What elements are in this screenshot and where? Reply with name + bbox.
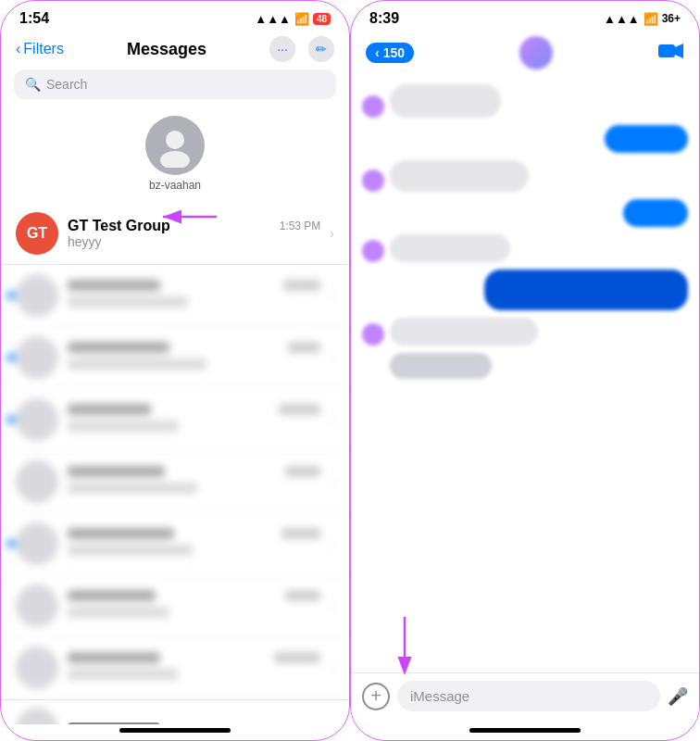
blurred-time xyxy=(274,652,320,663)
blurred-time xyxy=(281,528,320,539)
blurred-name xyxy=(68,590,156,601)
microphone-button[interactable]: 🎤 xyxy=(668,686,688,707)
list-item[interactable]: › xyxy=(1,265,349,327)
conv-content-gt: GT Test Group 1:53 PM heyyy xyxy=(58,218,330,249)
blurred-top xyxy=(68,652,320,663)
unread-indicator xyxy=(6,291,16,300)
plus-icon: + xyxy=(370,685,381,707)
search-bar[interactable]: 🔍 Search xyxy=(14,69,336,99)
signal-icon: ▲▲▲ xyxy=(255,12,291,26)
chevron-icon: › xyxy=(330,536,334,551)
filters-back-button[interactable]: ‹ Filters xyxy=(16,41,64,57)
wifi-icon: 📶 xyxy=(294,12,309,26)
blurred-avatar xyxy=(16,460,58,503)
back-count: 150 xyxy=(383,45,405,60)
incoming-bubble xyxy=(390,234,510,262)
conv-top-gt: GT Test Group 1:53 PM xyxy=(68,218,320,234)
message-row xyxy=(362,353,688,379)
wifi-icon: 📶 xyxy=(644,12,658,26)
list-item[interactable]: › xyxy=(1,389,349,451)
input-area-wrapper: + iMessage 🎤 xyxy=(351,672,699,724)
sender-avatar xyxy=(362,240,384,262)
blurred-name xyxy=(68,342,169,353)
blurred-top xyxy=(68,342,320,353)
right-panel: 8:39 ▲▲▲ 📶 36+ ‹ 150 xyxy=(350,0,700,741)
list-item[interactable]: › xyxy=(1,637,349,699)
group-avatar-gt: GT xyxy=(16,212,58,255)
list-item[interactable]: › xyxy=(1,327,349,389)
blurred-preview xyxy=(68,545,193,556)
blurred-content-yesterday xyxy=(58,721,273,724)
more-options-button[interactable]: ··· xyxy=(269,36,295,62)
avatar-icon xyxy=(153,123,197,168)
blurred-content xyxy=(58,590,330,622)
list-item[interactable]: › xyxy=(1,575,349,637)
chat-contact-info xyxy=(519,36,553,69)
svg-point-1 xyxy=(160,151,190,168)
blurred-preview xyxy=(68,483,197,494)
profile-section: bz-vaahan xyxy=(1,108,349,203)
blurred-time xyxy=(283,280,320,291)
blurred-avatar xyxy=(16,274,58,317)
blurred-avatar xyxy=(16,584,58,627)
message-row xyxy=(362,160,688,192)
contact-avatar xyxy=(519,36,553,69)
blurred-top xyxy=(68,466,320,477)
message-row xyxy=(362,234,688,262)
blurred-avatar xyxy=(16,522,58,565)
svg-rect-4 xyxy=(658,44,675,57)
unread-indicator xyxy=(6,415,16,424)
blurred-avatar xyxy=(16,647,58,689)
conv-time-gt: 1:53 PM xyxy=(280,220,321,232)
blurred-name xyxy=(68,404,151,415)
battery-badge: 48 xyxy=(313,13,331,25)
profile-avatar xyxy=(145,116,205,175)
blurred-time xyxy=(285,590,320,601)
chat-nav: ‹ 150 xyxy=(351,32,699,77)
chevron-left-icon: ‹ xyxy=(375,45,380,60)
blurred-content xyxy=(58,404,330,435)
search-icon: 🔍 xyxy=(25,77,41,92)
blurred-preview xyxy=(68,296,188,308)
list-item[interactable]: › xyxy=(1,513,349,575)
chevron-icon: › xyxy=(330,660,334,675)
blurred-preview xyxy=(68,669,179,680)
left-nav-bar: ‹ Filters Messages ··· ✏ xyxy=(1,32,349,69)
message-input-bar: + iMessage 🎤 xyxy=(351,672,699,724)
blurred-name xyxy=(68,528,174,539)
video-icon-svg xyxy=(658,42,684,60)
list-item[interactable]: › xyxy=(1,451,349,513)
add-attachment-button[interactable]: + xyxy=(362,683,390,710)
battery-text: 36+ xyxy=(662,12,681,25)
chevron-icon: › xyxy=(330,722,334,724)
blurred-name xyxy=(68,466,165,477)
message-row xyxy=(362,84,688,118)
message-row xyxy=(362,270,688,310)
video-call-button[interactable] xyxy=(658,42,684,65)
message-row xyxy=(362,318,688,345)
blurred-content xyxy=(58,280,330,311)
unread-indicator xyxy=(6,539,16,548)
unread-indicator xyxy=(6,353,16,362)
conversation-item-gt-test-group[interactable]: GT GT Test Group 1:53 PM heyyy › xyxy=(1,203,349,265)
messages-area xyxy=(351,77,699,672)
conv-chevron-gt: › xyxy=(330,226,334,241)
left-status-bar: 1:54 ▲▲▲ 📶 48 xyxy=(1,1,349,32)
blurred-name-yesterday xyxy=(68,722,160,724)
blurred-time xyxy=(288,342,320,353)
compose-button[interactable]: ✏ xyxy=(308,36,334,62)
blurred-avatar xyxy=(16,336,58,379)
imessage-input-field[interactable]: iMessage xyxy=(397,681,660,711)
message-row xyxy=(362,125,688,153)
blurred-avatar-yesterday xyxy=(16,708,58,724)
blurred-avatar xyxy=(16,398,58,441)
back-badge-button[interactable]: ‹ 150 xyxy=(366,43,414,63)
chevron-left-icon: ‹ xyxy=(16,41,20,57)
chevron-icon: › xyxy=(330,412,334,427)
compose-icon: ✏ xyxy=(316,42,327,57)
yesterday-label: Yesterday xyxy=(273,722,326,725)
input-placeholder: iMessage xyxy=(410,688,469,704)
left-time: 1:54 xyxy=(19,10,49,27)
blurred-top xyxy=(68,404,320,415)
blurred-top xyxy=(68,590,320,601)
